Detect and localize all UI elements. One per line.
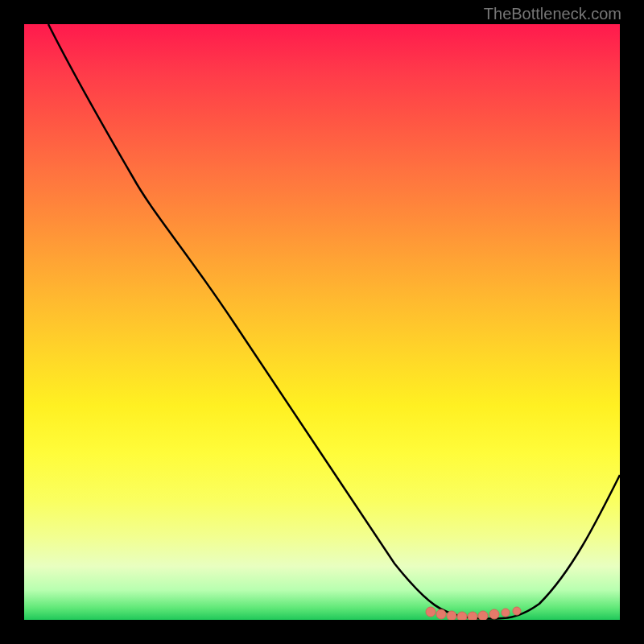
- marker-group: [426, 607, 521, 620]
- marker-dot: [502, 609, 510, 617]
- bottleneck-curve-path: [48, 24, 620, 619]
- chart-plot-area: [24, 24, 620, 620]
- marker-dot: [513, 607, 521, 615]
- marker-dot: [436, 609, 446, 619]
- marker-dot: [426, 607, 436, 617]
- marker-dot: [447, 611, 456, 620]
- watermark-text: TheBottleneck.com: [484, 5, 621, 23]
- marker-dot: [478, 611, 488, 620]
- curve-svg: [24, 24, 620, 620]
- marker-dot: [457, 612, 467, 620]
- marker-dot: [489, 609, 499, 619]
- marker-dot: [468, 612, 477, 620]
